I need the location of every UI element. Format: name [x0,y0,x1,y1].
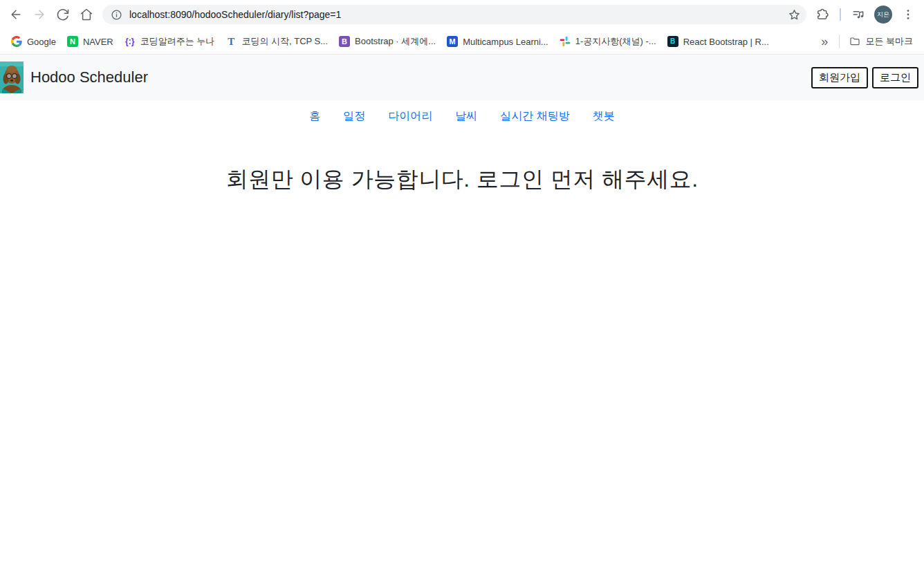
site-logo-dog-image [0,62,24,93]
extensions-puzzle-icon [815,8,829,21]
profile-initials: 지은 [877,10,889,19]
t-letter-icon: T [225,36,237,47]
bookmark-multicampus[interactable]: M Multicampus Learni... [441,33,554,50]
media-controls-button[interactable] [847,3,870,26]
naver-icon: N [67,36,78,47]
bookmarks-separator [839,35,840,48]
bookmarks-overflow-button[interactable]: » [814,35,835,49]
bookmark-slack-notice[interactable]: 1-공지사항(채널) -... [554,32,662,50]
media-controls-icon [851,8,865,21]
members-only-message: 회원만 이용 가능합니다. 로그인 먼저 해주세요. [0,165,924,195]
extensions-button[interactable] [811,3,834,26]
forward-icon [33,8,46,21]
multicampus-icon: M [447,36,458,47]
browser-toolbar: localhost:8090/hodooScheduler/diary/list… [0,0,924,29]
home-icon [80,8,93,21]
nav-link-schedule[interactable]: 일정 [343,109,365,124]
reload-icon [56,8,70,21]
nav-link-chatroom[interactable]: 실시간 채팅방 [500,109,569,124]
address-bar[interactable]: localhost:8090/hodooScheduler/diary/list… [102,5,806,24]
nav-link-chatbot[interactable]: 챗봇 [593,109,615,124]
forward-button[interactable] [28,3,51,26]
back-icon [9,8,23,21]
header-actions: 회원가입 로그인 [811,67,918,88]
three-dots-icon [901,8,915,21]
reload-button[interactable] [51,3,75,26]
profile-avatar[interactable]: 지은 [874,6,892,24]
bookmark-google[interactable]: Google [6,33,62,50]
nav-link-weather[interactable]: 날씨 [455,109,477,124]
site-header: Hodoo Scheduler 회원가입 로그인 [0,55,924,100]
all-bookmarks-button[interactable]: 모든 북마크 [844,32,918,50]
bookmark-coding-start-tcp[interactable]: T 코딩의 시작, TCP S... [220,32,333,50]
signup-button[interactable]: 회원가입 [811,67,868,88]
home-button[interactable] [75,3,98,26]
site-nav: 홈 일정 다이어리 날씨 실시간 채팅방 챗봇 [0,100,924,132]
google-icon [11,36,22,47]
bookmarks-bar: Google N NAVER {:} 코딩알려주는 누나 T 코딩의 시작, T… [0,29,924,55]
slack-icon [560,36,571,47]
page-info-icon[interactable] [111,9,122,21]
bookmark-react-bootstrap[interactable]: B React Bootstrap | R... [662,33,775,50]
browser-menu-button[interactable] [896,3,920,26]
code-braces-icon: {:} [124,36,136,47]
login-button[interactable]: 로그인 [872,67,918,88]
bookmark-coding-nuna[interactable]: {:} 코딩알려주는 누나 [119,32,221,50]
url-text[interactable]: localhost:8090/hodooScheduler/diary/list… [129,9,784,20]
folder-icon [849,36,860,47]
bookmark-bootstrap[interactable]: B Bootstrap · 세계에... [333,32,441,50]
react-bootstrap-icon: B [667,36,678,47]
nav-link-home[interactable]: 홈 [309,109,320,124]
bookmark-star-button[interactable] [784,5,804,24]
bootstrap-icon: B [339,36,350,47]
star-icon [788,8,801,21]
bookmark-naver[interactable]: N NAVER [62,33,119,50]
nav-link-diary[interactable]: 다이어리 [388,109,432,124]
toolbar-separator [840,8,841,21]
back-button[interactable] [4,3,28,26]
site-title: Hodoo Scheduler [30,68,148,86]
